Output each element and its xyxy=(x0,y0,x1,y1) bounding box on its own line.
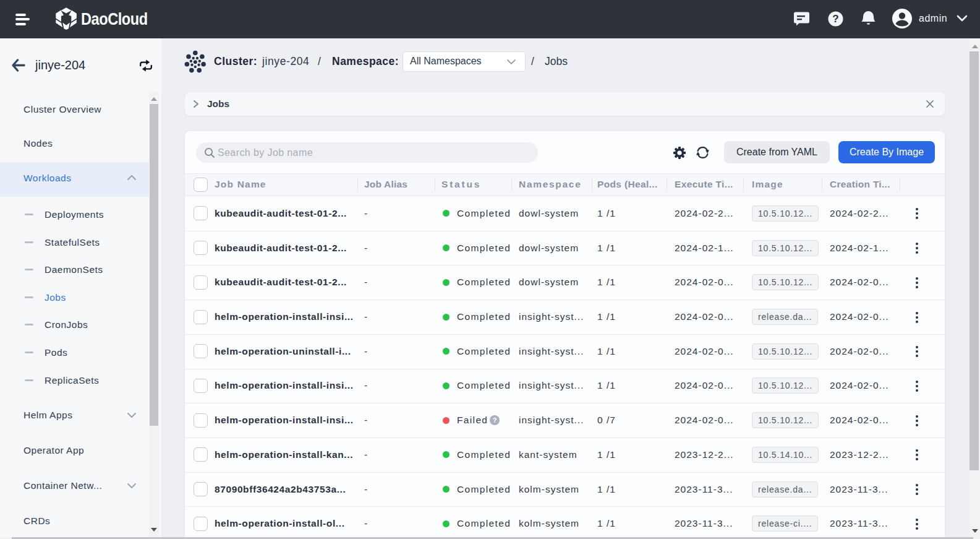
svg-text:?: ? xyxy=(493,416,497,424)
svg-text:?: ? xyxy=(832,13,838,25)
